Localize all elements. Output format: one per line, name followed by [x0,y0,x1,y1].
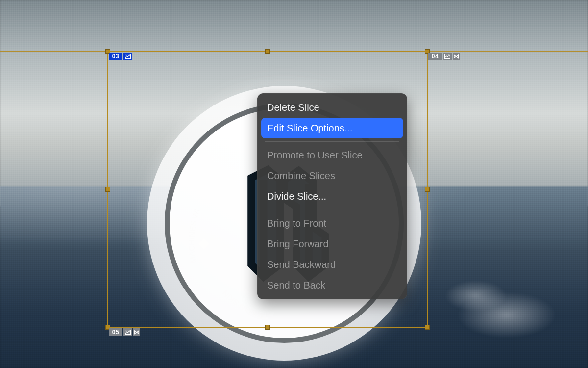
menu-separator [265,141,399,142]
resize-handle-r[interactable] [425,187,430,192]
slice-chip-04[interactable]: 04 ⋈ [428,53,460,60]
link-icon: ⋈ [453,53,460,60]
slice-context-menu[interactable]: Delete Slice Edit Slice Options... Promo… [257,93,407,299]
resize-handle-b[interactable] [265,325,270,330]
menu-bring-forward: Bring Forward [261,234,403,254]
menu-delete-slice[interactable]: Delete Slice [261,97,403,118]
slice-chip-number: 03 [109,53,122,60]
slice-chip-03[interactable]: 03 [109,53,132,60]
menu-combine-slices: Combine Slices [261,165,403,186]
menu-divide-slice[interactable]: Divide Slice... [261,186,403,207]
menu-separator [265,210,399,210]
resize-handle-t[interactable] [265,49,270,54]
image-icon [123,328,132,336]
menu-promote-user-slice: Promote to User Slice [261,145,403,165]
image-icon [443,53,452,60]
slice-chip-05[interactable]: 05 ⋈ [109,328,140,336]
image-icon [123,53,132,60]
resize-handle-br[interactable] [425,325,430,330]
link-icon: ⋈ [133,328,140,336]
resize-handle-l[interactable] [105,187,110,192]
menu-send-to-back: Send to Back [261,275,403,295]
menu-bring-to-front: Bring to Front [261,213,403,234]
editor-canvas[interactable]: MACHINES WI HUMAN SKIN [0,0,588,368]
menu-send-backward: Send Backward [261,254,403,275]
menu-edit-slice-options[interactable]: Edit Slice Options... [261,118,403,138]
slice-chip-number: 05 [109,328,122,336]
slice-chip-number: 04 [428,53,442,60]
